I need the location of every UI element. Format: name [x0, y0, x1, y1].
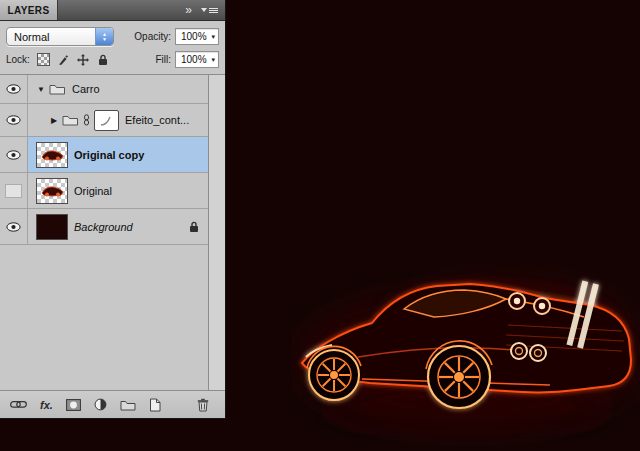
- layer-row-background[interactable]: Background: [0, 209, 208, 245]
- layer-list: ▼ Carro ▶: [0, 75, 225, 390]
- lock-all-icon[interactable]: [96, 53, 111, 67]
- adjustment-layer-button[interactable]: [94, 396, 107, 414]
- group-folder-icon: [62, 114, 79, 126]
- layer-row-original[interactable]: Original: [0, 173, 208, 209]
- link-layers-button[interactable]: [10, 396, 27, 414]
- layer-row-efeito[interactable]: ▶ Efeito_cont...: [0, 104, 208, 137]
- lock-position-icon[interactable]: [76, 53, 91, 67]
- dropdown-stepper-icon: ▲▼: [95, 28, 113, 45]
- layer-thumbnail[interactable]: [36, 178, 68, 204]
- visibility-cell[interactable]: [0, 209, 28, 244]
- layer-thumbnail[interactable]: [36, 142, 68, 168]
- opacity-label: Opacity:: [134, 31, 171, 42]
- eye-icon[interactable]: [6, 222, 21, 232]
- panel-footer: fx.: [0, 390, 225, 418]
- panel-title: LAYERS: [7, 5, 49, 16]
- layer-mask-thumbnail[interactable]: [94, 110, 119, 131]
- eye-icon[interactable]: [6, 150, 21, 160]
- eye-empty-well[interactable]: [5, 184, 22, 198]
- disclosure-open-icon[interactable]: ▼: [35, 85, 47, 94]
- visibility-cell[interactable]: [0, 137, 28, 172]
- visibility-cell[interactable]: [0, 173, 28, 208]
- fill-field[interactable]: 100% ▾: [175, 51, 219, 68]
- scrollbar-track[interactable]: [208, 75, 225, 390]
- panel-menu-icon[interactable]: [201, 8, 218, 13]
- car-artwork: [292, 265, 640, 445]
- collapse-panel-icon[interactable]: »: [185, 5, 192, 15]
- visibility-cell[interactable]: [0, 75, 28, 103]
- glowing-car-image: [292, 265, 640, 445]
- lock-pixels-icon[interactable]: [56, 53, 71, 67]
- layer-name: Original copy: [74, 149, 144, 161]
- opacity-field[interactable]: 100% ▾: [175, 28, 219, 45]
- panel-header: LAYERS »: [0, 0, 225, 21]
- fill-label: Fill:: [155, 54, 171, 65]
- background-lock-icon: [189, 221, 199, 233]
- eye-icon[interactable]: [6, 84, 21, 94]
- tab-layers[interactable]: LAYERS: [0, 0, 58, 20]
- layer-name: Background: [74, 221, 133, 233]
- layer-name: Efeito_cont...: [125, 114, 189, 126]
- layer-name: Original: [74, 185, 112, 197]
- layer-style-button[interactable]: fx.: [40, 396, 53, 414]
- layer-thumbnail[interactable]: [36, 214, 68, 240]
- new-group-button[interactable]: [120, 396, 136, 414]
- mask-link-icon: [83, 114, 90, 126]
- new-layer-button[interactable]: [149, 396, 161, 414]
- fill-spinner-icon[interactable]: ▾: [211, 56, 215, 64]
- eye-icon[interactable]: [6, 115, 21, 125]
- layer-name: Carro: [72, 83, 100, 95]
- opacity-spinner-icon[interactable]: ▾: [211, 33, 215, 41]
- layer-row-carro[interactable]: ▼ Carro: [0, 75, 208, 104]
- lock-label: Lock:: [6, 54, 30, 65]
- layer-row-original-copy[interactable]: Original copy: [0, 137, 208, 173]
- add-layer-mask-button[interactable]: [66, 396, 81, 414]
- blend-mode-value: Normal: [7, 31, 95, 43]
- lock-transparency-icon[interactable]: [36, 53, 51, 67]
- visibility-cell[interactable]: [0, 104, 28, 136]
- disclosure-closed-icon[interactable]: ▶: [48, 116, 60, 125]
- blend-mode-dropdown[interactable]: Normal ▲▼: [6, 27, 114, 46]
- delete-layer-button[interactable]: [197, 396, 209, 414]
- group-folder-icon: [49, 83, 66, 95]
- panel-controls: Normal ▲▼ Opacity: 100% ▾ Lock:: [0, 21, 225, 75]
- layer-list-empty-area: [0, 245, 208, 390]
- layers-panel: LAYERS » Normal ▲▼ Opacity: 100%: [0, 0, 226, 419]
